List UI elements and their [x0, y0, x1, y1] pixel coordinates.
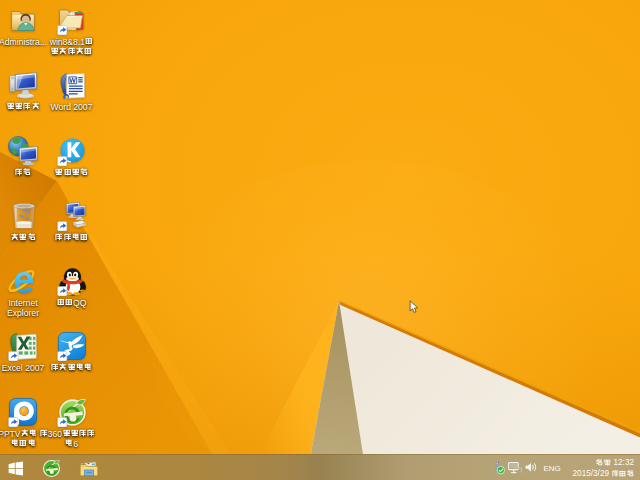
svg-text:ENG: ENG	[544, 464, 561, 473]
svg-text:e: e	[13, 266, 34, 296]
